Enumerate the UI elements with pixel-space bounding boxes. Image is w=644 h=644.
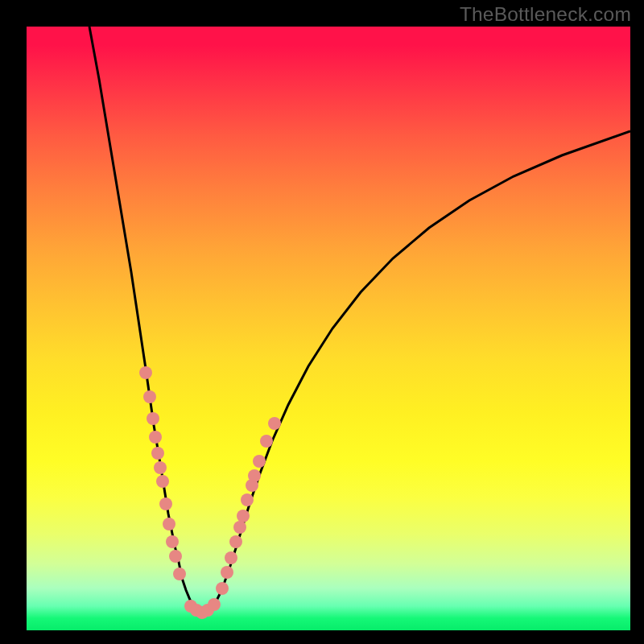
chart-marker — [241, 493, 254, 506]
curve-left-arm — [89, 27, 202, 613]
chart-marker — [268, 417, 281, 430]
chart-marker — [233, 521, 246, 534]
chart-marker — [248, 469, 261, 482]
chart-marker — [143, 390, 156, 403]
chart-marker — [173, 568, 186, 580]
chart-marker — [253, 455, 266, 468]
outer-frame: TheBottleneck.com — [0, 0, 644, 644]
chart-marker — [221, 566, 233, 579]
chart-marker — [159, 497, 172, 510]
chart-marker — [208, 598, 221, 611]
plot-area — [27, 27, 630, 630]
chart-marker — [149, 431, 162, 444]
chart-marker — [237, 510, 250, 522]
curve-right-arm — [202, 131, 630, 613]
chart-marker — [147, 412, 159, 425]
chart-marker — [166, 535, 179, 548]
watermark-text: TheBottleneck.com — [460, 3, 631, 26]
chart-marker — [154, 461, 167, 474]
chart-marker — [169, 550, 182, 563]
chart-marker — [163, 518, 175, 530]
chart-marker — [139, 366, 152, 379]
curve-layer — [27, 27, 630, 630]
chart-marker — [260, 435, 273, 448]
chart-marker — [156, 475, 169, 488]
chart-marker — [216, 582, 229, 595]
chart-marker — [151, 447, 164, 460]
chart-marker — [229, 535, 242, 548]
chart-marker — [225, 551, 237, 564]
